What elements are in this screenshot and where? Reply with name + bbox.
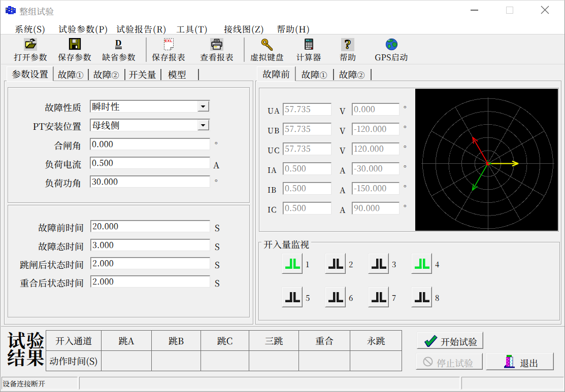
- svg-text:?: ?: [345, 38, 351, 51]
- svg-text:D: D: [115, 38, 121, 48]
- svg-text:EXL: EXL: [164, 39, 173, 43]
